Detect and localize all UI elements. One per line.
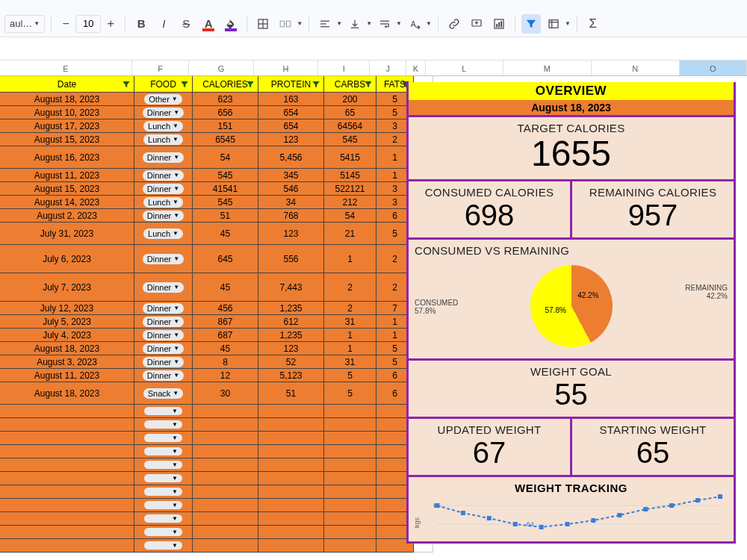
food-chip[interactable]: Lunch▼	[143, 134, 183, 145]
filter-icon[interactable]	[363, 79, 374, 90]
food-chip[interactable]: Dinner▼	[143, 211, 184, 221]
food-chip[interactable]: ▼	[144, 541, 182, 550]
col-hdr-K[interactable]: K	[406, 60, 426, 75]
starting-weight-card: STARTING WEIGHT 65	[572, 419, 734, 475]
dashboard: OVERVIEW August 18, 2023 TARGET CALORIES…	[406, 82, 736, 544]
food-chip[interactable]: Dinner▼	[143, 108, 184, 118]
food-chip[interactable]: Lunch▼	[143, 228, 183, 239]
filter-views-button[interactable]	[544, 14, 563, 34]
weight-tracking-card: WEIGHT TRACKING kgs 65 64	[409, 477, 734, 541]
svg-rect-40	[695, 498, 700, 503]
col-hdr-L[interactable]: L	[426, 60, 503, 75]
svg-rect-36	[591, 518, 595, 523]
svg-text:64: 64	[527, 520, 534, 528]
food-chip[interactable]: ▼	[144, 514, 182, 523]
hdr-food[interactable]: FOOD	[134, 76, 193, 93]
font-size-input[interactable]: 10	[75, 15, 101, 33]
food-chip[interactable]: Dinner▼	[143, 282, 184, 293]
text-wrap-button[interactable]	[375, 14, 394, 34]
svg-rect-19	[496, 24, 498, 28]
pie-consumed-label: CONSUMED57.8%	[415, 299, 458, 315]
hdr-date[interactable]: Date	[0, 76, 134, 93]
col-hdr-F[interactable]: F	[132, 60, 190, 75]
bold-button[interactable]: B	[131, 14, 151, 34]
pie-chart-card: CONSUMED VS REMAINING CONSUMED57.8% 57.8…	[409, 240, 734, 358]
overview-date: August 18, 2023	[409, 100, 734, 115]
col-hdr-G[interactable]: G	[189, 60, 253, 75]
target-calories-card: TARGET CALORIES 1655	[409, 117, 734, 179]
weight-goal-card: WEIGHT GOAL 55	[409, 361, 734, 417]
svg-rect-32	[487, 516, 492, 520]
hdr-protein[interactable]: PROTEIN	[258, 76, 324, 93]
food-chip[interactable]: Dinner▼	[143, 303, 184, 314]
food-chip[interactable]: Dinner▼	[143, 357, 184, 367]
food-chip[interactable]: ▼	[144, 488, 182, 496]
column-headers: E F G H I J K L M N O	[0, 60, 747, 76]
svg-rect-4	[287, 21, 291, 27]
food-chip[interactable]: ▼	[144, 407, 182, 415]
svg-rect-30	[435, 503, 439, 508]
italic-button[interactable]: I	[154, 14, 173, 34]
horizontal-align-button[interactable]	[315, 14, 335, 34]
food-chip[interactable]: Lunch▼	[143, 197, 183, 208]
food-chip[interactable]: Dinner▼	[143, 170, 184, 181]
toolbar: aul…▼ − 10 + B I S A ▼ ▼ ▼ ▼ A▼ ▼ Σ	[0, 10, 747, 37]
vertical-align-button[interactable]	[345, 14, 365, 34]
food-chip[interactable]: Dinner▼	[143, 343, 184, 354]
text-color-button[interactable]: A	[199, 14, 218, 34]
food-chip[interactable]: Lunch▼	[143, 121, 183, 131]
food-chip[interactable]: ▼	[144, 434, 182, 442]
updated-weight-card: UPDATED WEIGHT 67	[409, 419, 570, 475]
fill-color-button[interactable]	[221, 14, 241, 34]
filter-icon[interactable]	[179, 79, 190, 90]
food-chip[interactable]: ▼	[144, 447, 182, 455]
consumed-calories-card: CONSUMED CALORIES 698	[409, 181, 570, 237]
functions-button[interactable]: Σ	[583, 14, 603, 34]
food-chip[interactable]: Dinner▼	[143, 152, 184, 163]
food-chip[interactable]: Snack▼	[143, 388, 184, 399]
style-combo[interactable]: aul…▼	[4, 15, 45, 33]
col-hdr-J[interactable]: J	[370, 60, 406, 75]
increase-font-button[interactable]: +	[102, 16, 119, 32]
filter-button[interactable]	[521, 14, 541, 34]
filter-icon[interactable]	[245, 79, 255, 90]
merge-dropdown[interactable]: ▼	[297, 20, 303, 27]
svg-text:A: A	[411, 19, 416, 28]
food-chip[interactable]: ▼	[144, 528, 182, 536]
svg-text:kgs: kgs	[415, 517, 421, 527]
strikethrough-button[interactable]: S	[176, 14, 196, 34]
filter-icon[interactable]	[121, 79, 131, 90]
food-chip[interactable]: Dinner▼	[143, 370, 184, 381]
col-hdr-H[interactable]: H	[254, 60, 318, 75]
filter-icon[interactable]	[311, 79, 321, 90]
svg-rect-3	[281, 21, 285, 27]
svg-rect-35	[565, 522, 570, 526]
col-hdr-E[interactable]: E	[0, 60, 132, 75]
col-hdr-M[interactable]: M	[503, 60, 592, 75]
food-chip[interactable]: Dinner▼	[143, 254, 184, 264]
col-hdr-N[interactable]: N	[592, 60, 680, 75]
borders-button[interactable]	[253, 14, 273, 34]
insert-comment-button[interactable]	[467, 14, 486, 34]
insert-link-button[interactable]	[444, 14, 464, 34]
food-chip[interactable]: ▼	[144, 461, 182, 469]
svg-rect-41	[718, 494, 722, 499]
decrease-font-button[interactable]: −	[58, 16, 74, 32]
col-hdr-O[interactable]: O	[680, 60, 747, 75]
col-hdr-I[interactable]: I	[318, 60, 370, 75]
hdr-calories[interactable]: CALORIES	[193, 76, 258, 93]
food-chip[interactable]: Dinner▼	[143, 317, 184, 327]
text-rotation-button[interactable]: A	[405, 14, 424, 34]
svg-rect-38	[643, 507, 648, 511]
food-chip[interactable]: Other▼	[144, 94, 182, 105]
food-chip[interactable]: ▼	[144, 474, 182, 482]
merge-cells-button[interactable]	[276, 14, 295, 34]
hdr-carbs[interactable]: CARBS	[324, 76, 376, 93]
food-chip[interactable]: Dinner▼	[143, 184, 184, 194]
svg-rect-31	[461, 511, 465, 515]
insert-chart-button[interactable]	[489, 14, 509, 34]
svg-rect-33	[513, 522, 518, 526]
food-chip[interactable]: Dinner▼	[143, 330, 184, 340]
food-chip[interactable]: ▼	[144, 501, 182, 509]
food-chip[interactable]: ▼	[144, 420, 182, 429]
